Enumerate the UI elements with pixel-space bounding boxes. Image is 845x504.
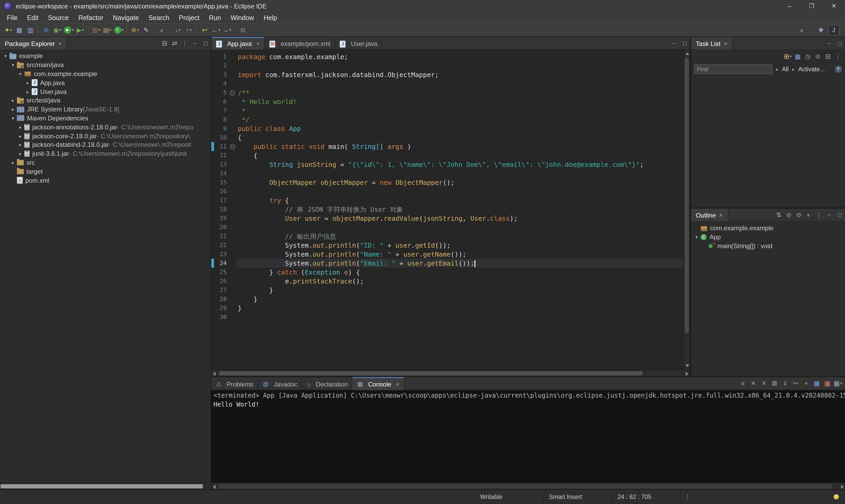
scrollbar-thumb[interactable]	[1, 484, 203, 488]
hide-static-members-button[interactable]: ⊘	[794, 210, 804, 220]
maximize-icon[interactable]: ▢	[200, 38, 211, 48]
maximize-icon[interactable]: ▢	[834, 38, 845, 48]
scroll-left-icon[interactable]	[211, 370, 218, 377]
editor-tab-app-java[interactable]: JApp.java✕	[211, 37, 265, 50]
last-edit-location-button[interactable]: ↩	[199, 24, 210, 36]
scheduled-view-button[interactable]: ◷	[803, 52, 813, 61]
scroll-right-icon[interactable]	[683, 370, 690, 377]
expand-arrow-icon[interactable]: ▸	[10, 98, 16, 103]
open-console-button[interactable]: ▦▾	[833, 378, 843, 389]
menu-source[interactable]: Source	[43, 12, 73, 23]
scroll-up-icon[interactable]	[685, 52, 689, 55]
collapse-all-tasks-button[interactable]: ⊟	[823, 52, 833, 61]
code-line[interactable]: 28 }	[211, 295, 683, 304]
code-line[interactable]: 26 e.printStackTrace();	[211, 277, 683, 286]
view-tab-declaration[interactable]: ⌂Declaration	[302, 377, 353, 390]
close-icon[interactable]: ✕	[58, 41, 62, 47]
tree-item[interactable]: ▸jackson-annotations-2.18.0.jar - C:\Use…	[0, 123, 211, 132]
code-line[interactable]: 30	[211, 312, 683, 322]
pin-console-button[interactable]: ⌖	[801, 378, 811, 389]
view-tab-problems[interactable]: ⚠Problems	[211, 377, 258, 390]
menu-navigate[interactable]: Navigate	[108, 12, 144, 23]
new-task-button[interactable]: ⊞▾	[783, 52, 793, 61]
maximize-icon[interactable]: ▢	[834, 210, 845, 220]
statusbar-menu-icon[interactable]: ⋮	[681, 490, 694, 504]
sort-outline-button[interactable]: ⇅	[774, 210, 784, 220]
tree-item[interactable]: ▸src/test/java	[0, 96, 211, 105]
menu-refactor[interactable]: Refactor	[74, 12, 108, 23]
menu-edit[interactable]: Edit	[22, 12, 43, 23]
tree-item[interactable]: ▾CApp	[691, 233, 845, 242]
expand-arrow-icon[interactable]: ▸	[10, 107, 16, 112]
find-input[interactable]	[694, 65, 772, 74]
code-line[interactable]: 25 } catch (Exception e) {	[211, 268, 683, 277]
java-perspective-button[interactable]: J	[828, 24, 839, 36]
close-icon[interactable]: ✕	[719, 213, 723, 218]
pin-editor-button[interactable]: ⊙	[237, 24, 248, 36]
editor-vscrollbar[interactable]	[683, 50, 690, 370]
tab-outline[interactable]: Outline ✕	[691, 209, 728, 221]
code-line[interactable]: 21 // 输出用户信息	[211, 232, 683, 241]
code-line[interactable]: 29}	[211, 304, 683, 312]
next-annotation-button[interactable]: ↓▾	[172, 24, 183, 36]
code-line[interactable]: 1package com.example.example;	[211, 52, 683, 61]
tree-item[interactable]: ▸junit-3.8.1.jar - C:\Users\meowr\.m2\re…	[0, 149, 211, 158]
coverage-button[interactable]: ▥▾	[91, 24, 102, 36]
code-line[interactable]: 24 System.out.println("Email: " + user.g…	[211, 259, 683, 268]
close-icon[interactable]: ✕	[256, 41, 260, 47]
remove-all-launches-button[interactable]: ✕	[759, 378, 769, 389]
tab-package-explorer[interactable]: Package Explorer ✕	[0, 37, 67, 50]
tree-item[interactable]: smain(String[]) : void	[691, 241, 845, 251]
code-line[interactable]: 19 User user = objectMapper.readValue(js…	[211, 214, 683, 223]
minimize-icon[interactable]: ─	[778, 0, 800, 12]
tree-item[interactable]: ▾com.example.example	[0, 69, 211, 78]
outline-view-menu-button[interactable]: ⋮	[814, 210, 824, 220]
previous-annotation-button[interactable]: ↑▾	[183, 24, 194, 36]
menu-run[interactable]: Run	[204, 12, 226, 23]
code-line[interactable]: 3import com.fasterxml.jackson.databind.O…	[211, 70, 683, 79]
new-class-button[interactable]: C▾	[113, 24, 125, 36]
mark-occurrences-button[interactable]: ✎	[141, 24, 152, 36]
remove-launch-button[interactable]: ✕	[748, 378, 758, 389]
expand-arrow-icon[interactable]: ▾	[693, 234, 700, 240]
expand-arrow-icon[interactable]: ▸	[17, 125, 24, 130]
scrollbar-thumb[interactable]	[219, 484, 832, 488]
close-icon[interactable]: ✕	[823, 0, 845, 12]
word-wrap-button[interactable]: ↪	[791, 378, 800, 389]
forward-button[interactable]: →▾	[221, 24, 232, 36]
find-actions-button[interactable]: ⌕	[796, 24, 808, 36]
minimize-icon[interactable]: ─	[824, 210, 834, 220]
collapse-all-button[interactable]: ⊟	[160, 38, 170, 48]
collapse-fold-icon[interactable]: −	[230, 144, 235, 149]
expand-arrow-icon[interactable]: ▸	[10, 160, 16, 165]
expand-arrow-icon[interactable]: ▾	[10, 62, 16, 68]
code-line[interactable]: 13 String jsonString = "{\"id\": 1, \"na…	[211, 160, 683, 169]
minimize-icon[interactable]: ─	[669, 38, 680, 48]
back-button[interactable]: ←▾	[210, 24, 221, 36]
close-icon[interactable]: ✕	[396, 381, 400, 387]
expand-arrow-icon[interactable]: ▾	[17, 71, 24, 76]
expand-arrow-icon[interactable]: ▾	[2, 54, 9, 59]
tree-item[interactable]: ▸jackson-databind-2.18.0.jar - C:\Users\…	[0, 141, 211, 149]
tree-item[interactable]: com.example.example	[691, 224, 845, 233]
notification-icon[interactable]	[833, 494, 839, 500]
categorized-view-button[interactable]: ▦	[793, 52, 803, 61]
help-icon[interactable]: ?	[834, 66, 842, 73]
code-line[interactable]: 7 *	[211, 106, 683, 115]
debug-button[interactable]: ◉▾	[52, 24, 63, 36]
show-on-stderr-button[interactable]: ▦	[822, 378, 832, 389]
code-line[interactable]: 16	[211, 187, 683, 196]
menu-window[interactable]: Window	[226, 12, 259, 23]
code-line[interactable]: 5−/**	[211, 88, 683, 97]
open-task-button[interactable]: ⊕▾	[129, 24, 141, 36]
task-activate-link[interactable]: Activate...	[798, 66, 825, 72]
skip-breakpoints-button[interactable]: ⊘	[41, 24, 52, 36]
minimize-icon[interactable]: ─	[190, 38, 200, 48]
view-tab-console[interactable]: ▦Console✕	[353, 377, 404, 390]
scroll-left-icon[interactable]	[211, 483, 218, 489]
expand-arrow-icon[interactable]: ▸	[17, 142, 24, 148]
tree-item[interactable]: ▸JUser.java	[0, 87, 211, 96]
code-line[interactable]: 6 * Hello world!	[211, 97, 683, 106]
code-line[interactable]: 14	[211, 169, 683, 178]
tree-item[interactable]: ▸JRE System Library [JavaSE-1.8]	[0, 105, 211, 114]
